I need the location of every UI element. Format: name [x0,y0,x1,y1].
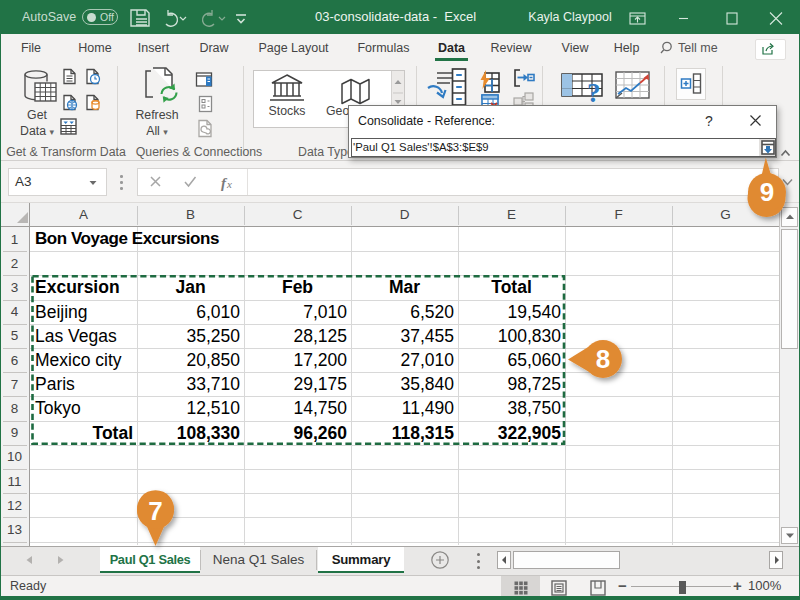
svg-text:?: ? [587,78,601,104]
svg-text:x: x [226,178,232,190]
